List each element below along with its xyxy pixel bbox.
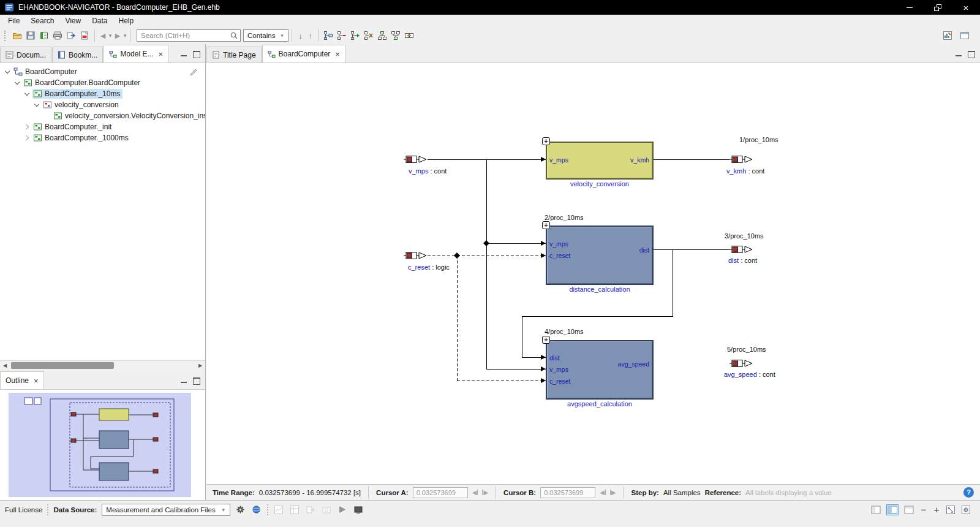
input-port-symbol[interactable] — [404, 251, 428, 260]
show-children-icon[interactable] — [389, 29, 402, 42]
cursor-b-input[interactable] — [540, 487, 595, 498]
previous-match-icon[interactable]: ↑ — [305, 31, 315, 40]
layout-single-icon[interactable] — [870, 504, 882, 515]
cursor-b-next-button[interactable]: ▶ — [610, 489, 616, 496]
close-tab-icon[interactable]: × — [34, 377, 39, 385]
maximize-view-icon[interactable] — [967, 50, 976, 58]
expand-subtree-icon[interactable] — [322, 29, 335, 42]
open-block-button[interactable]: + — [542, 336, 550, 344]
tab-documents[interactable]: Docum... — [0, 47, 51, 63]
open-block-button[interactable]: + — [542, 137, 550, 145]
cursor-b-previous-button[interactable]: ◀ — [600, 489, 606, 496]
menu-help[interactable]: Help — [113, 15, 140, 26]
menu-file[interactable]: File — [2, 15, 25, 26]
reference-value[interactable]: All labels displaying a value — [745, 489, 832, 496]
back-icon[interactable]: ◀ — [98, 32, 108, 40]
tab-bookmarks[interactable]: Bookm... — [52, 47, 103, 63]
maximize-view-icon[interactable] — [192, 377, 201, 384]
tree-item-boardcomputer[interactable]: BoardComputer — [0, 66, 205, 77]
zoom-in-button[interactable]: + — [932, 506, 941, 514]
outline-thumbnail[interactable] — [9, 393, 191, 497]
minimize-view-icon[interactable] — [179, 377, 189, 384]
help-button[interactable]: ? — [963, 487, 974, 498]
table-view-icon[interactable] — [289, 504, 300, 515]
forward-icon[interactable]: ▶ — [113, 32, 123, 40]
search-mode-dropdown[interactable]: Contains ▾ — [243, 29, 288, 42]
tab-boardcomputer[interactable]: BoardComputer × — [262, 45, 345, 63]
minimize-view-icon[interactable] — [954, 50, 963, 58]
cursor-a-next-button[interactable]: ▶ — [482, 489, 488, 496]
close-tab-icon[interactable]: × — [158, 50, 163, 58]
open-file-icon[interactable] — [10, 29, 24, 42]
output-port-symbol[interactable] — [729, 245, 754, 254]
search-input[interactable] — [137, 29, 241, 42]
search-icon[interactable] — [230, 31, 238, 42]
close-tab-icon[interactable]: × — [335, 50, 340, 58]
maximize-view-icon[interactable] — [192, 50, 201, 58]
block-distance-calculation[interactable]: v_mps c_reset dist — [546, 226, 654, 285]
collapse-all-icon[interactable] — [362, 29, 375, 42]
menu-data[interactable]: Data — [86, 15, 113, 26]
output-port-symbol[interactable] — [729, 155, 754, 164]
snapshot-icon[interactable] — [321, 504, 332, 515]
menu-search[interactable]: Search — [25, 15, 59, 26]
horizontal-scrollbar[interactable]: ◀ ▶ — [0, 360, 205, 370]
book-icon[interactable] — [37, 29, 51, 42]
data-view-icon[interactable] — [251, 504, 262, 515]
open-block-button[interactable]: + — [542, 221, 550, 229]
scrollbar-track[interactable] — [10, 361, 195, 370]
chevron-right-icon[interactable] — [24, 124, 30, 130]
new-window-icon[interactable] — [958, 29, 971, 42]
restore-window-button[interactable] — [924, 0, 952, 15]
diagram-canvas[interactable]: v_mps : cont c_reset : logic v_mps v_kmh… — [206, 63, 980, 484]
block-avgspeed-calculation[interactable]: dist v_mps c_reset avg_speed — [546, 340, 654, 400]
tree-item-boardcomputer-init[interactable]: BoardComputer._init — [0, 121, 205, 132]
tree-item-boardcomputer-1000ms[interactable]: BoardComputer._1000ms — [0, 132, 205, 143]
instrument-edit-icon[interactable] — [941, 29, 954, 42]
menu-view[interactable]: View — [59, 15, 86, 26]
layout-full-icon[interactable] — [903, 504, 915, 515]
close-window-button[interactable]: × — [952, 0, 980, 15]
scroll-left-icon[interactable]: ◀ — [0, 361, 10, 371]
tree-item-boardcomputer-10ms[interactable]: BoardComputer._10ms — [0, 88, 205, 99]
block-velocity-conversion[interactable]: v_mps v_kmh — [546, 142, 654, 180]
forward-history-dropdown-icon[interactable]: ▾ — [123, 32, 127, 39]
record-display-icon[interactable] — [353, 504, 364, 515]
expand-all-icon[interactable] — [349, 29, 362, 42]
signal-chart-icon[interactable] — [273, 504, 284, 515]
chevron-down-icon[interactable] — [15, 80, 20, 86]
chevron-down-icon[interactable] — [5, 69, 10, 75]
play-icon[interactable] — [337, 504, 348, 515]
output-port-symbol[interactable] — [729, 359, 754, 368]
export-icon[interactable] — [64, 29, 78, 42]
zoom-level-icon[interactable] — [945, 504, 956, 515]
minimize-window-button[interactable] — [895, 0, 924, 15]
step-by-value[interactable]: All Samples — [663, 489, 701, 496]
scroll-right-icon[interactable]: ▶ — [195, 361, 205, 371]
print-icon[interactable] — [51, 29, 64, 42]
data-source-dropdown[interactable]: Measurement and Calibration Files ▾ — [102, 504, 230, 516]
data-settings-gear-icon[interactable] — [235, 504, 246, 515]
collapse-subtree-icon[interactable] — [335, 29, 349, 42]
chevron-down-icon[interactable] — [24, 91, 30, 97]
save-icon[interactable] — [24, 29, 37, 42]
tree-item-velocityconversion-inst[interactable]: velocity_conversion.VelocityConversion_i… — [0, 110, 205, 121]
scrollbar-thumb[interactable] — [11, 362, 114, 369]
show-parents-icon[interactable] — [375, 29, 389, 42]
tab-title-page[interactable]: Title Page — [206, 47, 262, 63]
chevron-right-icon[interactable] — [24, 135, 30, 141]
tree-item-boardcomputer-boardcomputer[interactable]: BoardComputer.BoardComputer — [0, 77, 205, 88]
cursor-a-input[interactable] — [413, 487, 468, 498]
cursor-a-previous-button[interactable]: ◀ — [472, 489, 478, 496]
pdf-report-icon[interactable] — [78, 29, 91, 42]
minimize-view-icon[interactable] — [179, 50, 189, 58]
edit-pencil-icon[interactable] — [189, 67, 198, 78]
zoom-out-button[interactable]: − — [919, 506, 928, 514]
tab-model-explorer[interactable]: Model E... × — [104, 45, 168, 63]
layout-split-icon[interactable] — [886, 504, 899, 515]
fit-to-window-icon[interactable] — [960, 504, 971, 515]
chevron-down-icon[interactable] — [34, 102, 40, 108]
tree-item-velocity-conversion[interactable]: velocity_conversion — [0, 99, 205, 110]
export-data-icon[interactable] — [305, 504, 316, 515]
back-history-dropdown-icon[interactable]: ▾ — [108, 32, 113, 39]
